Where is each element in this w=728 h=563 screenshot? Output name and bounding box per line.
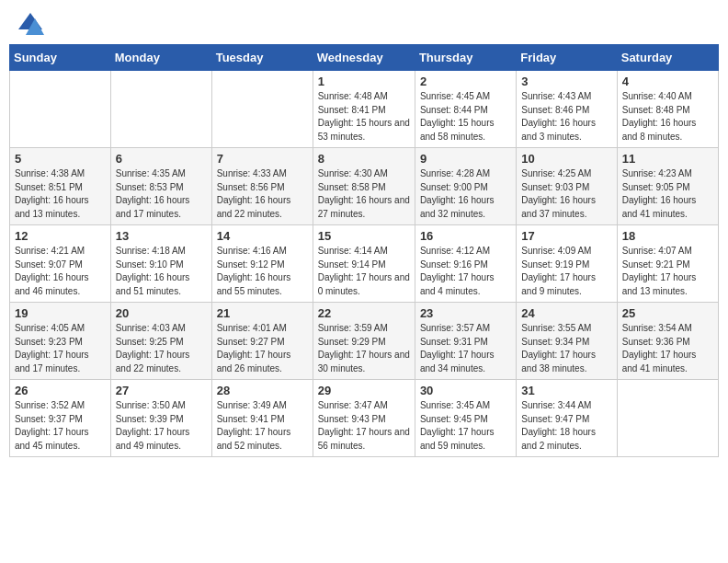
calendar-day-cell: 5Sunrise: 4:38 AM Sunset: 8:51 PM Daylig… (10, 148, 111, 225)
calendar-day-cell: 9Sunrise: 4:28 AM Sunset: 9:00 PM Daylig… (415, 148, 516, 225)
day-info: Sunrise: 4:12 AM Sunset: 9:16 PM Dayligh… (420, 245, 511, 298)
day-info: Sunrise: 4:43 AM Sunset: 8:46 PM Dayligh… (521, 90, 611, 144)
day-info: Sunrise: 3:49 AM Sunset: 9:41 PM Dayligh… (217, 399, 308, 453)
weekday-header-row: SundayMondayTuesdayWednesdayThursdayFrid… (10, 45, 719, 71)
day-info: Sunrise: 3:52 AM Sunset: 9:37 PM Dayligh… (15, 399, 106, 453)
weekday-header-sunday: Sunday (10, 45, 111, 71)
day-info: Sunrise: 4:16 AM Sunset: 9:12 PM Dayligh… (217, 245, 308, 298)
weekday-header-tuesday: Tuesday (211, 45, 313, 71)
calendar-table: SundayMondayTuesdayWednesdayThursdayFrid… (9, 44, 719, 457)
day-number: 26 (15, 384, 106, 397)
calendar-day-cell: 27Sunrise: 3:50 AM Sunset: 9:39 PM Dayli… (110, 380, 211, 457)
day-info: Sunrise: 4:05 AM Sunset: 9:23 PM Dayligh… (15, 322, 106, 375)
calendar-day-cell: 6Sunrise: 4:35 AM Sunset: 8:53 PM Daylig… (110, 148, 211, 225)
calendar-week-row: 26Sunrise: 3:52 AM Sunset: 9:37 PM Dayli… (10, 380, 719, 457)
day-number: 12 (15, 229, 106, 243)
day-info: Sunrise: 3:45 AM Sunset: 9:45 PM Dayligh… (420, 399, 511, 453)
calendar-day-cell: 8Sunrise: 4:30 AM Sunset: 8:58 PM Daylig… (313, 148, 415, 225)
calendar-day-cell: 7Sunrise: 4:33 AM Sunset: 8:56 PM Daylig… (211, 148, 313, 225)
day-number: 23 (420, 306, 511, 320)
day-number: 7 (217, 152, 308, 166)
day-info: Sunrise: 3:54 AM Sunset: 9:36 PM Dayligh… (622, 322, 713, 375)
calendar-day-cell: 13Sunrise: 4:18 AM Sunset: 9:10 PM Dayli… (110, 225, 211, 303)
day-number: 20 (116, 306, 207, 320)
calendar-week-row: 19Sunrise: 4:05 AM Sunset: 9:23 PM Dayli… (10, 303, 719, 380)
day-info: Sunrise: 4:25 AM Sunset: 9:03 PM Dayligh… (521, 167, 611, 221)
day-number: 31 (521, 384, 611, 397)
day-info: Sunrise: 4:30 AM Sunset: 8:58 PM Dayligh… (318, 167, 410, 221)
calendar-day-cell: 26Sunrise: 3:52 AM Sunset: 9:37 PM Dayli… (10, 380, 111, 457)
day-number: 17 (521, 229, 611, 243)
day-info: Sunrise: 4:09 AM Sunset: 9:19 PM Dayligh… (521, 245, 611, 298)
calendar-day-cell: 18Sunrise: 4:07 AM Sunset: 9:21 PM Dayli… (617, 225, 718, 303)
calendar-day-cell: 10Sunrise: 4:25 AM Sunset: 9:03 PM Dayli… (517, 148, 617, 225)
calendar-day-cell: 29Sunrise: 3:47 AM Sunset: 9:43 PM Dayli… (313, 380, 415, 457)
calendar-day-cell: 20Sunrise: 4:03 AM Sunset: 9:25 PM Dayli… (110, 303, 211, 380)
day-info: Sunrise: 4:14 AM Sunset: 9:14 PM Dayligh… (318, 245, 410, 298)
calendar-day-cell: 19Sunrise: 4:05 AM Sunset: 9:23 PM Dayli… (10, 303, 111, 380)
weekday-header-monday: Monday (110, 45, 211, 71)
weekday-header-wednesday: Wednesday (313, 45, 415, 71)
day-info: Sunrise: 4:45 AM Sunset: 8:44 PM Dayligh… (420, 90, 511, 144)
day-number: 1 (318, 75, 410, 88)
day-number: 28 (217, 384, 308, 397)
day-number: 8 (318, 152, 410, 166)
day-info: Sunrise: 3:50 AM Sunset: 9:39 PM Dayligh… (116, 399, 207, 453)
calendar-day-cell: 28Sunrise: 3:49 AM Sunset: 9:41 PM Dayli… (211, 380, 313, 457)
day-number: 22 (318, 306, 410, 320)
day-info: Sunrise: 4:01 AM Sunset: 9:27 PM Dayligh… (217, 322, 308, 375)
calendar-day-cell: 30Sunrise: 3:45 AM Sunset: 9:45 PM Dayli… (415, 380, 516, 457)
calendar-day-cell: 11Sunrise: 4:23 AM Sunset: 9:05 PM Dayli… (617, 148, 718, 225)
day-info: Sunrise: 4:18 AM Sunset: 9:10 PM Dayligh… (116, 245, 207, 298)
day-number: 5 (15, 152, 106, 166)
calendar-day-cell: 2Sunrise: 4:45 AM Sunset: 8:44 PM Daylig… (415, 71, 516, 148)
day-info: Sunrise: 4:48 AM Sunset: 8:41 PM Dayligh… (318, 90, 410, 144)
calendar-week-row: 12Sunrise: 4:21 AM Sunset: 9:07 PM Dayli… (10, 225, 719, 303)
day-number: 24 (521, 306, 611, 320)
weekday-header-friday: Friday (517, 45, 617, 71)
day-number: 30 (420, 384, 511, 397)
day-number: 2 (420, 75, 511, 88)
calendar-day-cell: 17Sunrise: 4:09 AM Sunset: 9:19 PM Dayli… (517, 225, 617, 303)
day-number: 16 (420, 229, 511, 243)
calendar-day-cell: 3Sunrise: 4:43 AM Sunset: 8:46 PM Daylig… (517, 71, 617, 148)
calendar-week-row: 5Sunrise: 4:38 AM Sunset: 8:51 PM Daylig… (10, 148, 719, 225)
calendar-day-cell: 23Sunrise: 3:57 AM Sunset: 9:31 PM Dayli… (415, 303, 516, 380)
day-info: Sunrise: 3:44 AM Sunset: 9:47 PM Dayligh… (521, 399, 611, 453)
day-info: Sunrise: 4:21 AM Sunset: 9:07 PM Dayligh… (15, 245, 106, 298)
calendar-day-cell (211, 71, 313, 148)
day-number: 25 (622, 306, 713, 320)
day-number: 29 (318, 384, 410, 397)
calendar-day-cell (10, 71, 111, 148)
calendar-day-cell (617, 380, 718, 457)
calendar-day-cell: 12Sunrise: 4:21 AM Sunset: 9:07 PM Dayli… (10, 225, 111, 303)
day-number: 21 (217, 306, 308, 320)
day-number: 11 (622, 152, 713, 166)
day-number: 19 (15, 306, 106, 320)
day-info: Sunrise: 4:07 AM Sunset: 9:21 PM Dayligh… (622, 245, 713, 298)
calendar-day-cell: 15Sunrise: 4:14 AM Sunset: 9:14 PM Dayli… (313, 225, 415, 303)
day-info: Sunrise: 3:59 AM Sunset: 9:29 PM Dayligh… (318, 322, 410, 375)
day-number: 14 (217, 229, 308, 243)
day-number: 4 (622, 75, 713, 88)
day-number: 13 (116, 229, 207, 243)
logo-icon (17, 11, 37, 31)
day-info: Sunrise: 3:57 AM Sunset: 9:31 PM Dayligh… (420, 322, 511, 375)
logo (17, 13, 40, 33)
day-info: Sunrise: 4:03 AM Sunset: 9:25 PM Dayligh… (116, 322, 207, 375)
day-info: Sunrise: 4:35 AM Sunset: 8:53 PM Dayligh… (116, 167, 207, 221)
day-info: Sunrise: 4:28 AM Sunset: 9:00 PM Dayligh… (420, 167, 511, 221)
day-number: 3 (521, 75, 611, 88)
day-number: 9 (420, 152, 511, 166)
day-number: 6 (116, 152, 207, 166)
day-info: Sunrise: 4:23 AM Sunset: 9:05 PM Dayligh… (622, 167, 713, 221)
page-header (9, 9, 719, 37)
calendar-day-cell: 21Sunrise: 4:01 AM Sunset: 9:27 PM Dayli… (211, 303, 313, 380)
day-info: Sunrise: 3:47 AM Sunset: 9:43 PM Dayligh… (318, 399, 410, 453)
day-info: Sunrise: 4:33 AM Sunset: 8:56 PM Dayligh… (217, 167, 308, 221)
calendar-day-cell: 1Sunrise: 4:48 AM Sunset: 8:41 PM Daylig… (313, 71, 415, 148)
calendar-day-cell: 4Sunrise: 4:40 AM Sunset: 8:48 PM Daylig… (617, 71, 718, 148)
day-info: Sunrise: 4:40 AM Sunset: 8:48 PM Dayligh… (622, 90, 713, 144)
day-number: 18 (622, 229, 713, 243)
weekday-header-thursday: Thursday (415, 45, 516, 71)
